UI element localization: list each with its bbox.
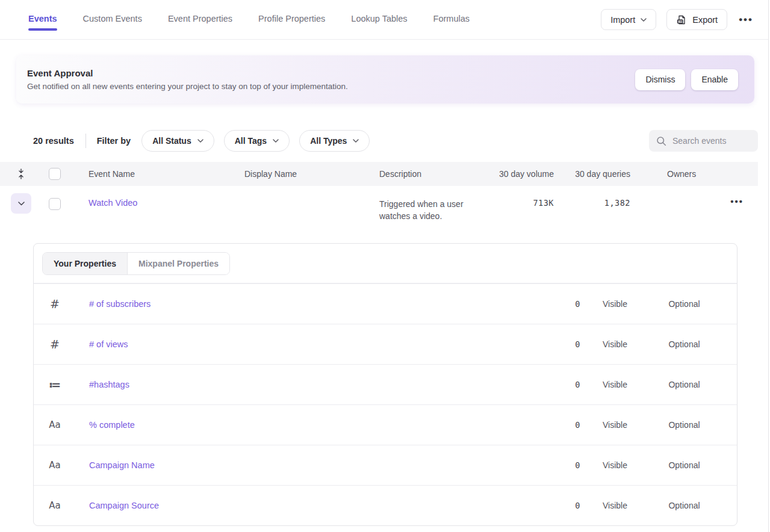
types-filter-dropdown[interactable]: All Types — [299, 130, 370, 152]
property-visibility: Visible — [580, 501, 650, 510]
property-name-link[interactable]: % complete — [89, 420, 135, 430]
property-requirement: Optional — [650, 299, 719, 309]
property-name-link[interactable]: Campaign Source — [89, 501, 159, 510]
search-box — [649, 130, 758, 152]
property-volume: 0 — [532, 460, 580, 470]
tab-events-label: Events — [28, 14, 57, 23]
tab-event-properties[interactable]: Event Properties — [168, 8, 232, 32]
search-input[interactable] — [672, 136, 751, 146]
event-volume-value: 713K — [480, 197, 554, 208]
property-name-link[interactable]: # of views — [89, 339, 128, 349]
column-header-display-name[interactable]: Display Name — [244, 169, 379, 179]
csv-file-icon: csv — [676, 14, 687, 25]
property-name-cell: Campaign Source — [76, 500, 532, 511]
text-type-icon: Aa — [34, 460, 76, 471]
events-table-header: Event Name Display Name Description 30 d… — [0, 162, 758, 186]
top-navigation: Events Custom Events Event Properties Pr… — [0, 0, 769, 40]
filter-toolbar: 20 results Filter by All Status All Tags… — [33, 129, 758, 153]
lexicon-events-page: Events Custom Events Event Properties Pr… — [0, 0, 770, 532]
tab-profile-properties[interactable]: Profile Properties — [258, 8, 325, 32]
chevron-down-icon — [18, 202, 25, 206]
list-type-icon: ≔ — [34, 378, 76, 391]
property-name-cell: # of views — [76, 339, 532, 350]
tab-events[interactable]: Events — [28, 8, 57, 32]
property-name-link[interactable]: Campaign Name — [89, 460, 155, 470]
types-filter-label: All Types — [310, 136, 347, 146]
tab-mixpanel-properties[interactable]: Mixpanel Properties — [128, 253, 229, 274]
export-button[interactable]: csv Export — [666, 9, 727, 30]
tags-filter-label: All Tags — [235, 136, 267, 146]
number-type-icon: # — [34, 338, 76, 351]
row-expander-cell — [0, 197, 42, 214]
tab-custom-events[interactable]: Custom Events — [83, 8, 142, 32]
property-row: Aa Campaign Name 0 Visible Optional — [34, 445, 737, 485]
properties-tab-group: Your Properties Mixpanel Properties — [42, 252, 230, 275]
tab-formulas[interactable]: Formulas — [433, 8, 470, 32]
tab-custom-events-label: Custom Events — [83, 14, 142, 23]
property-name-cell: # of subscribers — [76, 298, 532, 309]
text-type-icon: Aa — [34, 500, 76, 511]
column-header-queries[interactable]: 30 day queries — [554, 169, 630, 179]
text-type-icon: Aa — [34, 419, 76, 430]
event-name-link[interactable]: Watch Video — [88, 198, 137, 208]
tab-your-properties[interactable]: Your Properties — [43, 253, 128, 274]
property-row: Aa Campaign Source 0 Visible Optional — [34, 485, 737, 525]
event-row-watch-video: Watch Video Triggered when a user watche… — [0, 186, 758, 234]
dismiss-button[interactable]: Dismiss — [635, 69, 685, 90]
row-checkbox-cell — [42, 197, 88, 210]
collapse-row-button[interactable] — [11, 193, 31, 214]
tab-lookup-tables[interactable]: Lookup Tables — [351, 8, 407, 32]
enable-button[interactable]: Enable — [691, 69, 738, 90]
property-requirement: Optional — [650, 501, 719, 510]
status-filter-dropdown[interactable]: All Status — [141, 130, 214, 152]
tab-lookup-tables-label: Lookup Tables — [351, 14, 407, 23]
nav-tabs: Events Custom Events Event Properties Pr… — [28, 8, 470, 32]
property-volume: 0 — [532, 380, 580, 389]
events-table: Event Name Display Name Description 30 d… — [0, 162, 758, 234]
banner-text: Event Approval Get notified on all new e… — [27, 68, 348, 91]
property-name-link[interactable]: # of subscribers — [89, 299, 151, 309]
import-button-label: Import — [610, 15, 635, 25]
event-name-cell: Watch Video — [88, 197, 244, 208]
select-all-checkbox-cell — [42, 168, 88, 180]
active-tab-underline — [28, 28, 57, 31]
property-requirement: Optional — [650, 420, 719, 430]
property-volume: 0 — [532, 299, 580, 309]
select-all-checkbox[interactable] — [49, 168, 61, 180]
column-header-owners[interactable]: Owners — [630, 169, 758, 179]
column-header-description[interactable]: Description — [379, 169, 480, 179]
property-requirement: Optional — [650, 339, 719, 349]
row-more-menu-icon[interactable]: ••• — [630, 195, 758, 206]
filter-by-label: Filter by — [97, 136, 131, 146]
property-visibility: Visible — [580, 299, 650, 309]
property-row: Aa % complete 0 Visible Optional — [34, 404, 737, 445]
banner-actions: Dismiss Enable — [635, 69, 738, 90]
svg-text:csv: csv — [678, 20, 683, 23]
collapse-all-rows-icon[interactable] — [0, 169, 42, 179]
row-checkbox[interactable] — [49, 198, 61, 210]
chevron-down-icon — [353, 139, 359, 143]
column-header-volume[interactable]: 30 day volume — [480, 169, 554, 179]
chevron-down-icon — [197, 139, 203, 143]
tab-event-properties-label: Event Properties — [168, 14, 232, 23]
event-description: Triggered when a user watches a video. — [379, 197, 480, 222]
tab-formulas-label: Formulas — [433, 14, 470, 23]
tags-filter-dropdown[interactable]: All Tags — [224, 130, 290, 152]
nav-actions: Import csv Export ••• — [601, 9, 754, 30]
export-button-label: Export — [692, 15, 718, 25]
property-name-cell: % complete — [76, 419, 532, 430]
column-header-event-name[interactable]: Event Name — [88, 169, 244, 179]
property-name-link[interactable]: #hashtags — [89, 380, 129, 389]
import-button[interactable]: Import — [601, 9, 656, 30]
banner-title: Event Approval — [27, 68, 348, 78]
status-filter-label: All Status — [152, 136, 191, 146]
property-requirement: Optional — [650, 460, 719, 470]
scrollbar-track-edge — [768, 0, 769, 532]
nav-more-menu-icon[interactable]: ••• — [737, 11, 754, 28]
property-visibility: Visible — [580, 420, 650, 430]
results-count: 20 results — [33, 136, 74, 146]
toolbar-divider — [85, 134, 86, 148]
number-type-icon: # — [34, 297, 76, 311]
properties-tabbar: Your Properties Mixpanel Properties — [34, 244, 737, 283]
property-visibility: Visible — [580, 380, 650, 389]
